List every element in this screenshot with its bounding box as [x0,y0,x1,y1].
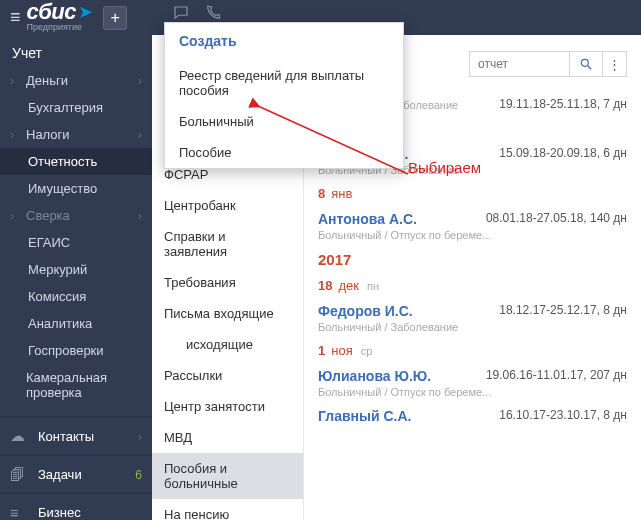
person-sub: Больничный / Отпуск по береме... [318,229,627,241]
person-dates: 16.10.17-23.10.17, 8 дн [499,408,627,422]
midcol-item[interactable]: Письма входящие [152,298,303,329]
midcol-item[interactable]: Пособия и больничные [152,453,303,499]
sidebar-item-label: Госпроверки [28,343,104,358]
person-dates: 15.09.18-20.09.18, 6 дн [499,146,627,160]
sidebar-item-label: Отчетность [28,154,97,169]
sidebar-item[interactable]: Камеральная проверка [0,364,152,406]
filter-input[interactable] [469,51,569,77]
search-button[interactable] [569,51,603,77]
dropdown-item[interactable]: Пособие [165,137,403,168]
sidebar-item-label: Аналитика [28,316,92,331]
badge: 6 [135,468,142,482]
sidebar-item-label: Деньги [26,73,68,88]
midcol-label: исходящие [186,337,253,352]
person-row[interactable]: Федоров И.С.18.12.17-25.12.17, 8 днБольн… [318,303,627,333]
section-label: Бизнес [38,505,142,520]
sidebar-item-label: Бухгалтерия [28,100,103,115]
person-sub: Больничный / Заболевание [318,321,627,333]
sidebar: Учет ›ДеньгиБухгалтерия›НалогиОтчетность… [0,35,152,520]
filter-dropdown-button[interactable]: ⋮ [603,51,627,77]
person-dates: 18.12.17-25.12.17, 8 дн [499,303,627,317]
date-row: 1нояср [318,343,627,358]
chevron-icon: › [10,127,20,142]
sidebar-item-label: ЕГАИС [28,235,70,250]
sidebar-item[interactable]: ›Налоги [0,121,152,148]
chevron-icon: › [10,208,20,223]
sidebar-section-item[interactable]: 🗐Задачи6 [0,455,152,493]
midcol-label: ФСРАР [164,167,208,182]
sidebar-section-item[interactable]: ☁Контакты [0,416,152,455]
sidebar-section-item[interactable]: ≡Бизнес [0,493,152,520]
sidebar-item-label: Камеральная проверка [26,370,142,400]
filter-bar: ⋮ [469,51,627,77]
person-dates: 08.01.18-27.05.18, 140 дн [486,211,627,225]
sidebar-item[interactable]: Аналитика [0,310,152,337]
midcol-label: Центр занятости [164,399,265,414]
person-dates: 19.06.16-11.01.17, 207 дн [486,368,627,382]
midcol-item[interactable]: На пенсию [152,499,303,520]
person-name: Антонова А.С. [318,211,417,227]
midcol-label: Справки и заявления [164,229,227,259]
sidebar-item[interactable]: Комиссия [0,283,152,310]
person-row[interactable]: Юлианова Ю.Ю.19.06.16-11.01.17, 207 днБо… [318,368,627,398]
sidebar-item[interactable]: Госпроверки [0,337,152,364]
date-row: 18декпн [318,278,627,293]
sidebar-item[interactable]: ЕГАИС [0,229,152,256]
sidebar-item-label: Имущество [28,181,97,196]
midcol-item[interactable]: исходящие [152,329,303,360]
sidebar-item[interactable]: Имущество [0,175,152,202]
sidebar-item-label: Меркурий [28,262,87,277]
sidebar-item[interactable]: ›Сверка [0,202,152,229]
hamburger-icon[interactable]: ≡ [4,7,27,28]
create-dropdown: Создать Реестр сведений для выплаты посо… [164,22,404,169]
dropdown-title: Создать [165,23,403,60]
section-label: Контакты [38,429,138,444]
dropdown-item[interactable]: Больничный [165,106,403,137]
person-row[interactable]: Главный С.А.16.10.17-23.10.17, 8 дн [318,408,627,424]
person-name: Главный С.А. [318,408,411,424]
midcol-label: МВД [164,430,192,445]
person-row[interactable]: Антонова А.С.08.01.18-27.05.18, 140 днБо… [318,211,627,241]
brand-text: сбис [27,3,77,21]
plus-button[interactable]: + [103,6,127,30]
dropdown-item[interactable]: Реестр сведений для выплаты пособия [165,60,403,106]
sidebar-item[interactable]: ›Деньги [0,67,152,94]
midcol-label: Требования [164,275,236,290]
svg-line-1 [588,66,592,70]
midcol-label: На пенсию [164,507,229,520]
midcol-item[interactable]: Справки и заявления [152,221,303,267]
midcol-item[interactable]: Центробанк [152,190,303,221]
chevron-icon: › [10,73,20,88]
sidebar-item-label: Сверка [26,208,70,223]
year-divider: 2017 [318,251,627,268]
section-label: Задачи [38,467,135,482]
midcol-item[interactable]: Центр занятости [152,391,303,422]
midcol-item[interactable]: Требования [152,267,303,298]
sidebar-item[interactable]: Меркурий [0,256,152,283]
logo[interactable]: сбис ➤ Предприятие [27,3,94,33]
midcol-label: Рассылки [164,368,222,383]
sidebar-item[interactable]: Отчетность [0,148,152,175]
midcol-item[interactable]: МВД [152,422,303,453]
sidebar-title: Учет [0,35,152,67]
feed-dates: 19.11.18-25.11.18, 7 дн [499,97,627,111]
person-name: Федоров И.С. [318,303,413,319]
person-sub: Больничный / Отпуск по береме... [318,386,627,398]
date-row: 8янв [318,186,627,201]
sidebar-item-label: Налоги [26,127,70,142]
midcol-label: Письма входящие [164,306,274,321]
brand-sub: Предприятие [27,21,94,33]
sidebar-item-label: Комиссия [28,289,86,304]
section-icon: ≡ [10,504,30,520]
section-icon: 🗐 [10,466,30,483]
person-name: Юлианова Ю.Ю. [318,368,431,384]
midcol-label: Центробанк [164,198,236,213]
svg-point-0 [581,59,588,66]
midcol-item[interactable]: Рассылки [152,360,303,391]
midcol-label: Пособия и больничные [164,461,238,491]
logo-wing-icon: ➤ [78,3,93,21]
sidebar-item[interactable]: Бухгалтерия [0,94,152,121]
section-icon: ☁ [10,427,30,445]
